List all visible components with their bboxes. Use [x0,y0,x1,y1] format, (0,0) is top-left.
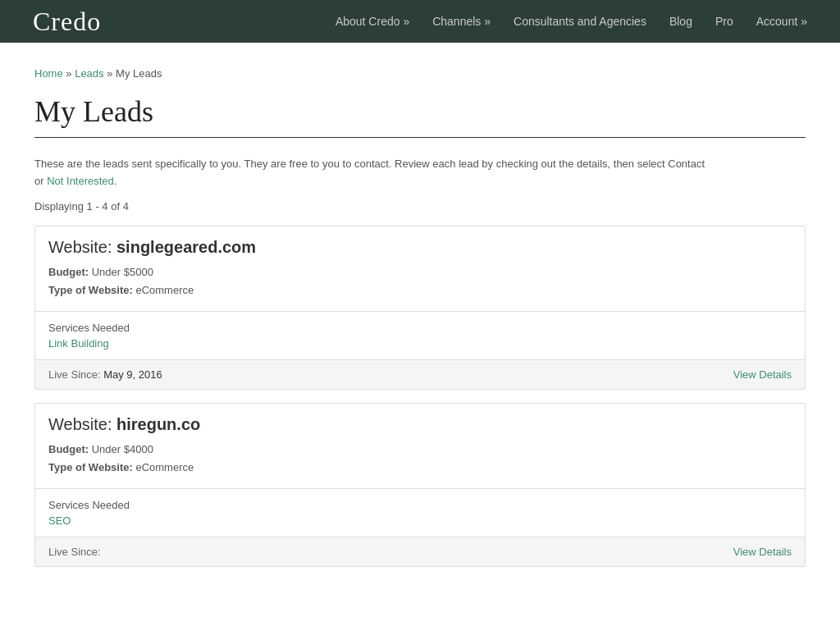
nav-about[interactable]: About Credo » [336,15,409,28]
website-label: Website: [48,415,116,433]
desc-text-2: or [34,175,47,187]
type-value: eCommerce [135,461,194,473]
not-interested-link[interactable]: Not Interested [47,175,114,187]
lead-footer: Live Since: May 9, 2016 View Details [35,360,805,389]
nav-pro[interactable]: Pro [715,15,733,28]
lead-website: Website: hiregun.co [48,415,792,434]
website-label: Website: [48,238,116,256]
lead-budget: Budget: Under $4000 [48,441,792,459]
page-title: My Leads [34,94,806,138]
breadcrumb-current: My Leads [116,67,162,80]
lead-type: Type of Website: eCommerce [48,459,792,477]
view-details-link[interactable]: View Details [733,546,792,558]
lead-type: Type of Website: eCommerce [48,281,792,299]
breadcrumb-leads[interactable]: Leads [75,67,103,80]
lead-card: Website: hiregun.co Budget: Under $4000 … [34,403,806,567]
lead-services: Services Needed Link Building [35,312,805,360]
nav-channels[interactable]: Channels » [432,15,491,28]
lead-card-top: Website: hiregun.co Budget: Under $4000 … [35,404,805,489]
nav-consultants[interactable]: Consultants and Agencies [514,15,646,28]
desc-text-3: . [114,175,117,187]
lead-website: Website: singlegeared.com [48,238,792,257]
live-since-date: May 9, 2016 [103,368,162,381]
budget-label: Budget: [48,266,89,278]
page-description: These are the leads sent specifically to… [34,156,806,190]
budget-value: Under $5000 [92,266,153,278]
live-since: Live Since: May 9, 2016 [48,368,162,381]
lead-footer: Live Since: View Details [35,537,805,566]
breadcrumb-home[interactable]: Home [34,67,63,80]
lead-card-top: Website: singlegeared.com Budget: Under … [35,226,805,312]
services-value: SEO [48,514,792,527]
services-value: Link Building [48,337,792,350]
main-nav: Credo About Credo » Channels » Consultan… [0,0,840,43]
displaying-count: Displaying 1 - 4 of 4 [34,200,806,213]
nav-blog[interactable]: Blog [669,15,692,28]
live-since: Live Since: [48,546,101,558]
breadcrumb: Home » Leads » My Leads [34,67,806,80]
nav-links: About Credo » Channels » Consultants and… [336,15,807,29]
type-value: eCommerce [135,284,194,296]
budget-value: Under $4000 [92,443,153,455]
desc-text-1: These are the leads sent specifically to… [34,158,705,170]
type-label: Type of Website: [48,461,133,473]
lead-services: Services Needed SEO [35,489,805,537]
services-label: Services Needed [48,499,792,511]
site-logo: Credo [33,7,101,37]
budget-label: Budget: [48,443,89,455]
lead-budget: Budget: Under $5000 [48,263,792,281]
lead-card: Website: singlegeared.com Budget: Under … [34,226,806,390]
services-label: Services Needed [48,322,792,334]
nav-account[interactable]: Account » [756,15,807,28]
main-content: Home » Leads » My Leads My Leads These a… [18,43,822,605]
view-details-link[interactable]: View Details [733,368,792,381]
breadcrumb-sep-2: » [107,67,116,80]
leads-list: Website: singlegeared.com Budget: Under … [34,226,806,567]
breadcrumb-sep-1: » [66,67,75,80]
type-label: Type of Website: [48,284,133,296]
